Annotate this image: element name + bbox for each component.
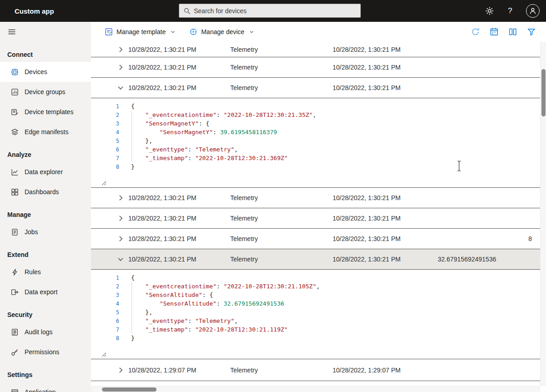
table-row[interactable]: 10/28/2022, 1:29:07 PMTelemetry10/28/202… [91,359,540,381]
edge-manifests-icon [11,128,19,136]
chevron-down-icon [249,29,254,35]
vertical-scrollbar[interactable] [540,42,546,386]
refresh-icon[interactable] [471,27,480,36]
sidebar-item-label: Dashboards [25,188,59,196]
sidebar-item-devices[interactable]: Devices [0,62,91,82]
sidebar-item-edge-manifests[interactable]: Edge manifests [0,122,91,142]
toolbar: Manage template Manage device [91,22,546,42]
search-box[interactable] [179,4,361,18]
cell-event-type: Telemetry [230,84,333,91]
sidebar-item-jobs[interactable]: Jobs [0,222,91,242]
help-icon[interactable]: ? [506,6,514,15]
table-row[interactable]: 10/28/2022, 1:30:21 PMTelemetry10/28/202… [91,188,540,208]
chevron-right-icon[interactable] [116,63,125,71]
cell-value: 32.67915692491536 [438,256,540,263]
filter-icon[interactable] [527,27,536,36]
telemetry-table: 10/28/2022, 1:30:21 PMTelemetry10/28/202… [91,42,540,386]
sidebar-item-label: Jobs [25,228,38,236]
sidebar-item-audit-logs[interactable]: Audit logs [0,322,91,342]
code-line: 6 "_eventtype": "Telemetry", [91,317,540,325]
sidebar-section-analyze: Analyze [0,151,91,158]
chevron-right-icon[interactable] [116,194,125,202]
app-title: Custom app [0,7,54,15]
cell-timestamp-2: 10/28/2022, 1:30:21 PM [333,84,438,91]
data-export-icon [11,288,19,296]
sidebar-item-dashboards[interactable]: Dashboards [0,182,91,202]
chevron-down-icon[interactable] [116,84,125,92]
device-templates-icon [11,108,19,116]
code-text: "_timestamp": "2022-10-28T12:30:21.369Z" [131,154,288,162]
sidebar-section-connect: Connect [0,51,91,58]
cell-event-type: Telemetry [230,46,333,53]
horizontal-scrollbar[interactable] [91,386,540,392]
code-text: "_eventtype": "Telemetry", [131,145,238,154]
time-range-icon[interactable] [490,27,499,36]
code-text: } [131,162,135,171]
chevron-right-icon[interactable] [116,45,125,54]
manage-template-label: Manage template [116,28,166,35]
cell-event-type: Telemetry [230,64,333,71]
cell-timestamp-2: 10/28/2022, 1:30:21 PM [333,215,438,222]
cell-event-type: Telemetry [230,367,333,374]
search-input[interactable] [194,4,360,17]
line-number: 2 [91,282,119,291]
table-row[interactable]: 10/28/2022, 1:30:21 PMTelemetry10/28/202… [91,57,540,78]
audit-logs-icon [11,328,19,336]
cell-timestamp-2: 10/28/2022, 1:30:21 PM [333,194,438,201]
chevron-right-icon[interactable] [116,235,125,243]
code-line: 2 "_eventcreationtime": "2022-10-28T12:3… [91,282,540,291]
code-text: "_eventcreationtime": "2022-10-28T12:30:… [131,111,316,119]
code-line: 4 "SensorMagnetY": 39.6195458116379 [91,128,540,136]
sidebar-item-data-export[interactable]: Data export [0,282,91,302]
data-explorer-icon [11,168,19,176]
devices-icon [11,68,19,76]
sidebar-item-device-templates[interactable]: Device templates [0,102,91,122]
main-content: Manage template Manage device [91,22,546,392]
sidebar-item-label: Devices [25,68,47,75]
chevron-down-icon[interactable] [116,255,125,263]
table-row[interactable]: 10/28/2022, 1:30:21 PMTelemetry10/28/202… [91,249,540,270]
indent-guide [131,282,132,334]
menu-toggle-button[interactable] [0,22,91,42]
sidebar-item-device-groups[interactable]: Device groups [0,82,91,102]
resize-grip-icon[interactable] [101,180,106,185]
horizontal-scrollbar-thumb[interactable] [102,387,157,392]
device-groups-icon [11,88,19,96]
line-number: 4 [91,299,119,308]
line-number: 3 [91,291,119,299]
cell-timestamp-2: 10/28/2022, 1:30:21 PM [333,235,438,242]
resize-grip-icon[interactable] [101,352,106,357]
manage-device-button[interactable]: Manage device [189,28,254,36]
cell-event-type: Telemetry [230,235,333,242]
code-text: "_eventcreationtime": "2022-10-28T12:30:… [131,282,320,291]
settings-gear-icon[interactable] [485,6,494,15]
sidebar-section-settings: Settings [0,371,91,378]
line-number: 8 [91,162,119,171]
table-row[interactable]: 10/28/2022, 1:30:21 PMTelemetry10/28/202… [91,229,540,249]
sidebar-item-rules[interactable]: Rules [0,262,91,282]
sidebar-item-data-explorer[interactable]: Data explorer [0,162,91,182]
cell-value: 8 [438,235,540,242]
account-icon[interactable] [526,4,540,18]
chevron-right-icon[interactable] [116,366,125,374]
toolbar-right [471,27,536,36]
code-text: "_timestamp": "2022-10-28T12:30:21.119Z" [131,325,288,334]
dashboards-icon [11,188,19,196]
table-row[interactable]: 10/28/2022, 1:30:21 PMTelemetry10/28/202… [91,208,540,229]
manage-template-button[interactable]: Manage template [105,28,176,36]
code-line: 2 "_eventcreationtime": "2022-10-28T12:3… [91,111,540,119]
line-number: 8 [91,334,119,342]
sidebar-item-permissions[interactable]: Permissions [0,342,91,362]
table-row[interactable]: 10/28/2022, 1:30:21 PMTelemetry10/28/202… [91,78,540,98]
code-line: 1{ [91,102,540,111]
sidebar-item-application[interactable]: Application [0,382,91,392]
json-payload-viewer: 1{2 "_eventcreationtime": "2022-10-28T12… [91,270,540,359]
table-row[interactable]: 10/28/2022, 1:30:21 PMTelemetry10/28/202… [91,42,540,57]
cell-timestamp-2: 10/28/2022, 1:30:21 PM [333,46,438,53]
application-icon [11,388,19,392]
cell-timestamp: 10/28/2022, 1:30:21 PM [128,235,230,242]
code-text: }, [131,136,152,145]
vertical-scrollbar-thumb[interactable] [541,69,546,116]
edit-columns-icon[interactable] [508,27,517,36]
chevron-right-icon[interactable] [116,214,125,222]
